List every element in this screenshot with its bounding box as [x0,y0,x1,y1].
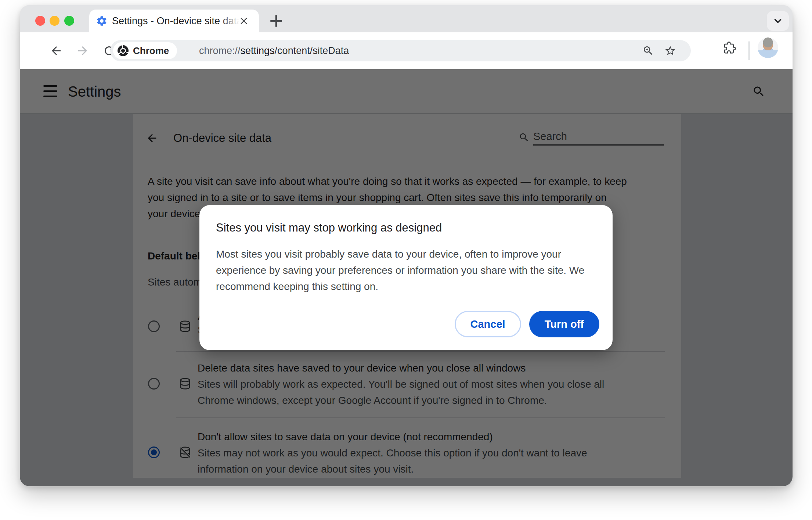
cancel-button[interactable]: Cancel [455,311,521,337]
url-text[interactable]: chrome://settings/content/siteData [199,40,349,61]
url-scheme: chrome:// [199,45,241,56]
profile-avatar[interactable] [758,37,778,58]
dialog-body: Most sites you visit probably save data … [216,246,599,295]
tab-strip: Settings - On-device site data [20,5,793,32]
active-tab[interactable]: Settings - On-device site data [89,10,259,32]
traffic-close-button[interactable] [35,16,45,26]
chrome-site-chip[interactable]: Chrome [113,42,177,59]
forward-icon[interactable] [76,44,89,57]
settings-page: Settings On-device site data A sit [20,69,793,486]
tab-search-chevron-button[interactable] [767,11,789,31]
browser-window: Settings - On-device site data [20,5,793,486]
bookmark-star-icon[interactable] [664,45,676,57]
toolbar-separator [748,41,750,60]
settings-gear-favicon-icon [96,15,108,27]
omnibox[interactable]: Chrome chrome://settings/content/siteDat… [110,40,691,61]
dialog-buttons: Cancel Turn off [455,311,599,337]
tab-title: Settings - On-device site data [112,10,239,32]
browser-toolbar: Chrome chrome://settings/content/siteDat… [20,32,793,69]
back-icon[interactable] [50,44,63,57]
traffic-zoom-button[interactable] [64,16,74,26]
url-path: /content/siteData [275,45,349,56]
tab-close-icon[interactable] [238,15,249,26]
screenshot-root: Settings - On-device site data [0,0,812,520]
dialog-title: Sites you visit may stop working as desi… [216,220,442,235]
confirmation-dialog: Sites you visit may stop working as desi… [199,205,613,350]
traffic-minimize-button[interactable] [50,16,59,26]
new-tab-button[interactable] [266,11,286,31]
turn-off-button[interactable]: Turn off [529,311,599,337]
url-host: settings [241,45,275,56]
browser-menu-icon[interactable] [790,42,793,54]
zoom-in-icon[interactable] [642,45,654,57]
chip-label: Chrome [133,45,169,57]
chrome-logo-icon [118,45,129,56]
extensions-puzzle-icon[interactable] [723,42,736,54]
